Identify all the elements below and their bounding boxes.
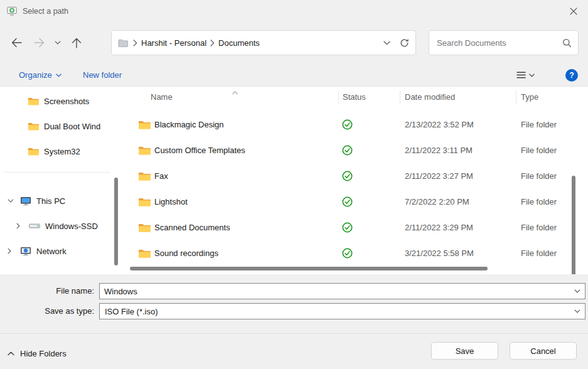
sidebar-item-network[interactable]: Network — [8, 242, 67, 260]
sidebar-item-label: Dual Boot Wind — [44, 122, 100, 131]
file-name: Lightshot — [154, 189, 188, 215]
recent-locations-button[interactable] — [50, 30, 65, 55]
arrow-up-icon — [72, 38, 82, 48]
chevron-down-icon — [55, 41, 61, 45]
drive-icon — [29, 222, 40, 230]
column-header-name[interactable]: Name — [151, 87, 173, 108]
folder-icon — [138, 249, 151, 259]
sidebar-item-dual-boot[interactable]: Dual Boot Wind — [28, 117, 100, 136]
sidebar-item-label: Screenshots — [44, 97, 89, 106]
chevron-up-icon — [8, 351, 14, 356]
cancel-button[interactable]: Cancel — [510, 342, 577, 360]
chevron-right-icon[interactable] — [16, 223, 24, 229]
file-type: File folder — [521, 189, 557, 215]
horizontal-scrollbar[interactable] — [130, 267, 488, 270]
save-as-type-dropdown-button[interactable] — [570, 309, 585, 313]
sidebar-item-system32[interactable]: System32 — [28, 142, 80, 161]
forward-button[interactable] — [28, 30, 50, 55]
search-icon[interactable] — [562, 38, 572, 48]
list-lines-icon — [516, 71, 526, 79]
address-bar[interactable]: Harshit - Personal Documents — [111, 30, 416, 55]
file-name-dropdown-button[interactable] — [570, 289, 585, 293]
save-as-type-label: Save as type: — [0, 303, 94, 319]
file-row[interactable]: Custom Office Templates 2/11/2022 3:11 P… — [119, 137, 568, 163]
organize-button[interactable]: Organize — [19, 64, 61, 86]
file-name: Custom Office Templates — [154, 137, 245, 163]
sidebar-item-label: This PC — [36, 196, 65, 206]
file-row[interactable]: Scanned Documents 2/11/2022 3:29 PM File… — [119, 215, 568, 240]
sort-ascending-icon — [232, 87, 238, 97]
chevron-down-icon[interactable] — [8, 199, 15, 203]
save-as-type-select[interactable]: ISO File (*.iso) — [99, 303, 585, 319]
folder-icon — [28, 97, 39, 106]
file-date-modified: 2/13/2022 3:52 PM — [405, 112, 474, 137]
save-label: Save — [456, 346, 474, 356]
arrow-left-icon — [11, 38, 22, 48]
file-name-section: File name: Save as type: ISO File (*.iso… — [0, 274, 588, 333]
file-name-input[interactable] — [100, 287, 570, 296]
folder-icon — [138, 171, 151, 181]
sidebar-item-windows-ssd[interactable]: Windows-SSD — [16, 217, 98, 235]
file-date-modified: 7/2/2022 2:20 PM — [405, 189, 469, 215]
window-title: Select a path — [23, 7, 68, 16]
chevron-right-icon — [210, 40, 215, 46]
file-date-modified: 2/11/2022 3:27 PM — [405, 163, 473, 189]
refresh-button[interactable] — [395, 33, 413, 53]
file-type: File folder — [521, 215, 557, 240]
address-dropdown-button[interactable] — [378, 33, 395, 53]
view-options-button[interactable] — [516, 64, 535, 86]
column-divider[interactable] — [400, 90, 400, 104]
chevron-down-icon — [383, 41, 390, 45]
file-row[interactable]: Fax 2/11/2022 3:27 PM File folder — [119, 163, 568, 189]
new-folder-button[interactable]: New folder — [83, 64, 122, 86]
file-name-label: File name: — [0, 283, 94, 299]
folder-icon — [28, 147, 39, 156]
sidebar-item-this-pc[interactable]: This PC — [8, 191, 65, 210]
folder-icon — [138, 197, 151, 207]
column-header-status[interactable]: Status — [343, 87, 366, 108]
search-box — [429, 30, 579, 55]
column-divider[interactable] — [516, 90, 516, 104]
column-divider[interactable] — [338, 90, 339, 104]
sidebar-item-label: Network — [36, 247, 67, 256]
chevron-down-icon — [56, 73, 61, 77]
new-folder-label: New folder — [83, 70, 122, 80]
file-date-modified: 2/11/2022 3:11 PM — [405, 137, 473, 163]
breadcrumb-item-account[interactable]: Harshit - Personal — [141, 38, 206, 48]
sidebar-item-label: System32 — [44, 147, 80, 156]
chevron-down-icon — [574, 289, 580, 293]
navigation-pane: Screenshots Dual Boot Wind System32 — [0, 87, 119, 274]
chevron-right-icon[interactable] — [8, 248, 15, 254]
sidebar-scrollbar[interactable] — [114, 178, 118, 265]
save-as-dialog: Select a path — [0, 0, 588, 369]
sidebar-item-screenshots[interactable]: Screenshots — [28, 92, 89, 110]
up-button[interactable] — [65, 30, 88, 55]
cancel-label: Cancel — [530, 346, 555, 356]
file-type: File folder — [521, 240, 557, 266]
back-button[interactable] — [5, 30, 28, 55]
file-row[interactable]: Sound recordings 3/21/2022 5:58 PM File … — [119, 240, 568, 266]
chevron-down-icon — [529, 73, 535, 77]
arrow-right-icon — [34, 38, 45, 48]
file-row[interactable]: Lightshot 7/2/2022 2:20 PM File folder — [119, 189, 568, 215]
close-button[interactable] — [559, 0, 588, 23]
help-button[interactable]: ? — [565, 69, 578, 82]
refresh-icon — [400, 38, 409, 48]
hide-folders-button[interactable]: Hide Folders — [8, 345, 67, 361]
file-name: Fax — [154, 163, 168, 189]
file-row[interactable]: Blackmagic Design 2/13/2022 3:52 PM File… — [119, 112, 568, 137]
title-bar: Select a path — [0, 0, 588, 23]
save-button[interactable]: Save — [431, 342, 498, 360]
search-input[interactable] — [437, 38, 562, 48]
content-area: Screenshots Dual Boot Wind System32 — [0, 87, 588, 274]
file-date-modified: 2/11/2022 3:29 PM — [405, 215, 473, 240]
file-type: File folder — [521, 163, 557, 189]
column-header-type[interactable]: Type — [521, 87, 538, 108]
app-icon — [7, 6, 17, 16]
network-icon — [20, 247, 31, 256]
file-name: Blackmagic Design — [154, 112, 224, 137]
status-synced-icon — [342, 171, 353, 181]
status-synced-icon — [342, 222, 353, 233]
column-header-date-modified[interactable]: Date modified — [405, 87, 455, 108]
breadcrumb-item-documents[interactable]: Documents — [218, 38, 260, 48]
